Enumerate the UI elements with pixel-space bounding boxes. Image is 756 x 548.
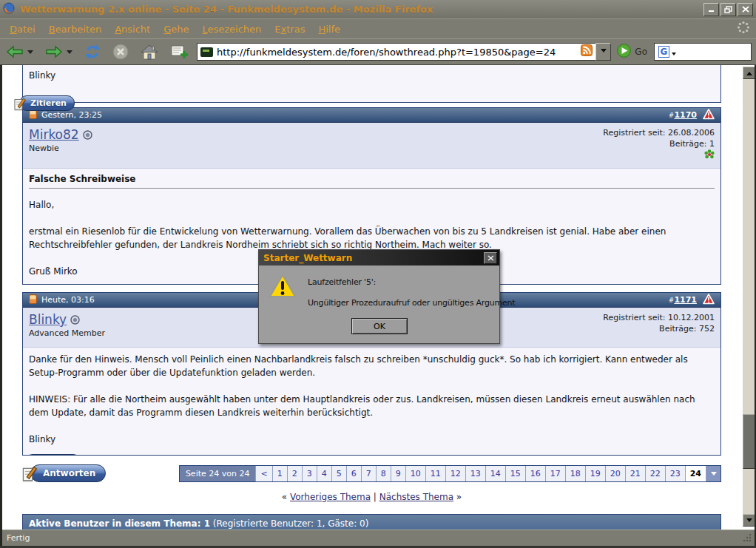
report-post-icon[interactable] — [703, 109, 715, 122]
site-favicon-icon — [200, 47, 213, 57]
resize-grip-icon[interactable] — [742, 532, 754, 544]
page-link-20[interactable]: 20 — [605, 466, 625, 481]
reply-button[interactable]: Antworten — [22, 464, 106, 482]
post-paragraph: Blinky — [29, 433, 715, 446]
active-users-bar: Aktive Benutzer in diesem Thema: 1 (Regi… — [22, 514, 721, 530]
error-dialog: Starter_Wettwarn Laufzeitfehler '5': Ung… — [258, 249, 500, 344]
reload-button[interactable] — [83, 43, 102, 61]
dialog-close-button[interactable] — [484, 252, 497, 264]
page-link-10[interactable]: 10 — [405, 466, 425, 481]
post-status-icon — [29, 294, 37, 306]
scroll-up-button[interactable] — [743, 67, 755, 79]
status-text: Fertig — [7, 533, 30, 543]
back-button[interactable] — [4, 43, 25, 61]
page-link-6[interactable]: 6 — [346, 466, 361, 481]
subject-divider — [29, 188, 715, 189]
post-number-link[interactable]: 1171 — [674, 295, 697, 305]
url-bar[interactable]: http://funkmeldesystem.de/foren/showthre… — [197, 43, 595, 61]
page-link-22[interactable]: 22 — [645, 466, 665, 481]
page-link-9[interactable]: 9 — [391, 466, 405, 481]
navigation-toolbar: http://funkmeldesystem.de/foren/showthre… — [0, 38, 756, 65]
page-dropdown[interactable] — [706, 466, 720, 481]
post-body: Danke für den Hinweis. Mensch voll Peinl… — [23, 348, 720, 455]
post-date: Gestern, 23:25 — [41, 110, 102, 120]
page-link-15[interactable]: 15 — [505, 466, 525, 481]
page-link-7[interactable]: 7 — [361, 466, 376, 481]
scroll-down-button[interactable] — [743, 514, 755, 527]
page-link-23[interactable]: 23 — [665, 466, 685, 481]
menu-datei[interactable]: Datei — [3, 20, 42, 38]
page-link-21[interactable]: 21 — [625, 466, 645, 481]
report-post-icon[interactable] — [703, 294, 715, 307]
dialog-ok-button[interactable]: OK — [351, 318, 408, 334]
google-icon: G — [658, 46, 669, 58]
page-link-8[interactable]: 8 — [376, 466, 391, 481]
icq-icon[interactable] — [603, 149, 715, 163]
page-link-11[interactable]: 11 — [425, 466, 445, 481]
post-paragraph: erstmal ein Riesenlob für die Entwickelu… — [29, 225, 715, 251]
menu-lesezeichen[interactable]: Lesezeichen — [195, 20, 268, 38]
quote-button[interactable]: Zitieren — [14, 95, 75, 111]
dialog-titlebar[interactable]: Starter_Wettwarn — [259, 250, 499, 265]
menu-ansicht[interactable]: Ansicht — [108, 20, 157, 38]
scrollbar-thumb[interactable] — [743, 414, 755, 469]
rss-icon[interactable] — [581, 44, 593, 59]
firefox-icon — [3, 2, 15, 17]
next-thread-link[interactable]: Nächstes Thema — [379, 492, 453, 502]
window-title: Wetterwarnung 2.x online - Seite 24 - Fu… — [20, 4, 698, 15]
back-dropdown-icon[interactable] — [27, 50, 33, 57]
username-link[interactable]: Blinky — [29, 312, 80, 327]
search-engine-dropdown-icon[interactable] — [672, 53, 676, 58]
user-online-icon — [83, 130, 92, 140]
go-icon[interactable] — [617, 44, 631, 61]
error-message-line2: Ungültiger Prozeduraufruf oder ungültige… — [308, 298, 515, 308]
reply-pencil-icon — [22, 465, 37, 481]
window-frame-left — [0, 65, 2, 548]
go-button[interactable]: Go — [635, 47, 647, 57]
stop-button[interactable] — [111, 42, 130, 61]
minimize-button[interactable] — [703, 3, 719, 16]
menu-bearbeiten[interactable]: Bearbeiten — [42, 20, 108, 38]
post-user-panel: Mirko82 Newbie Registriert seit: 26.08.2… — [23, 123, 720, 169]
home-button[interactable] — [139, 43, 160, 61]
page-link-16[interactable]: 16 — [525, 466, 545, 481]
close-button[interactable] — [738, 3, 753, 16]
search-input[interactable]: G — [654, 43, 752, 61]
vertical-scrollbar[interactable] — [743, 67, 755, 527]
page-link-1[interactable]: 1 — [272, 466, 287, 481]
post-number-link[interactable]: 1170 — [674, 110, 697, 120]
menu-gehe[interactable]: Gehe — [157, 20, 195, 38]
page-link-12[interactable]: 12 — [445, 466, 465, 481]
titlebar: Wetterwarnung 2.x online - Seite 24 - Fu… — [0, 0, 756, 18]
restore-button[interactable] — [720, 3, 736, 16]
page-link-5[interactable]: 5 — [331, 466, 346, 481]
page-link-19[interactable]: 19 — [585, 466, 605, 481]
quote-pencil-icon — [14, 97, 26, 110]
forward-button[interactable] — [44, 43, 64, 61]
post-paragraph: HINWEIS: Für alle die Northeim ausgewähl… — [29, 393, 715, 419]
error-message-line1: Laufzeitfehler '5': — [308, 277, 376, 287]
thread-navigation: « Vorheriges Thema | Nächstes Thema » — [22, 492, 721, 502]
forward-dropdown-icon[interactable] — [67, 50, 72, 57]
page-link-4[interactable]: 4 — [317, 466, 331, 481]
page-link-17[interactable]: 17 — [545, 466, 565, 481]
warning-icon — [269, 274, 297, 301]
menu-extras[interactable]: Extras — [268, 20, 311, 38]
prev-page-link[interactable]: < — [255, 466, 271, 481]
username-link[interactable]: Mirko82 — [29, 127, 92, 142]
separator: | — [374, 492, 377, 502]
new-tab-button[interactable] — [169, 42, 191, 61]
page-link-13[interactable]: 13 — [465, 466, 485, 481]
page-link-14[interactable]: 14 — [485, 466, 505, 481]
menubar-items: DateiBearbeitenAnsichtGeheLesezeichenExt… — [3, 20, 737, 38]
post-subject: Falsche Schreibweise — [29, 174, 715, 184]
post-paragraph: Danke für den Hinweis. Mensch voll Peinl… — [29, 353, 715, 379]
url-history-dropdown[interactable] — [595, 43, 611, 61]
menu-hilfe[interactable]: Hilfe — [311, 20, 347, 38]
page-link-2[interactable]: 2 — [287, 466, 302, 481]
quote-button[interactable]: Zitieren — [23, 454, 81, 455]
page-link-18[interactable]: 18 — [565, 466, 585, 481]
url-text[interactable]: http://funkmeldesystem.de/foren/showthre… — [217, 47, 577, 58]
page-link-3[interactable]: 3 — [302, 466, 317, 481]
previous-thread-link[interactable]: Vorheriges Thema — [290, 492, 371, 502]
